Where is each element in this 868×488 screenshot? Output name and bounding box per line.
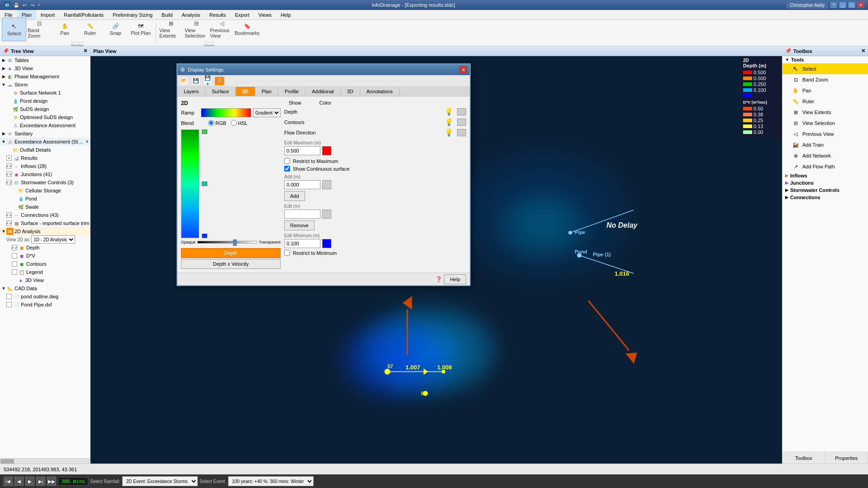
tree-item-2danalysis[interactable]: ▼ 2D 2D Analysis xyxy=(0,227,90,235)
expander-3dview[interactable]: ▶ xyxy=(1,66,6,71)
menu-help[interactable]: Help xyxy=(276,10,296,19)
tree-scroll-hthumb[interactable] xyxy=(0,459,14,464)
opacity-slider-track[interactable] xyxy=(197,241,257,244)
tree-item-optimised[interactable]: ⚙ Optimised SuDS design xyxy=(0,113,90,121)
pondpipe-checkbox[interactable] xyxy=(6,302,12,307)
blend-hsl-radio[interactable] xyxy=(231,120,237,126)
expander-optimised[interactable] xyxy=(6,115,12,120)
tree-scroll-horizontal[interactable] xyxy=(0,458,90,464)
minimize-button[interactable]: _ xyxy=(839,2,846,8)
tree-item-dv[interactable]: ◼ D*V xyxy=(0,252,90,260)
tree-item-junctions[interactable]: ✓ ◉ Junctions (41) xyxy=(0,170,90,178)
depth-color-swatch[interactable] xyxy=(457,108,466,115)
junctions-checkbox[interactable]: ✓ xyxy=(6,172,12,177)
tree-item-pond[interactable]: 💧 Pond xyxy=(0,195,90,203)
blend-rgb-radio[interactable] xyxy=(208,120,214,126)
tree-item-suds[interactable]: 🌿 SuDS design xyxy=(0,105,90,113)
tree-item-exceedancestorm[interactable]: ▼ ⚠ Exceedance Assessment (Storm ▼ xyxy=(0,138,90,146)
tree-item-ponddesign[interactable]: 💧 Pond design xyxy=(0,97,90,105)
depth-velocity-button[interactable]: Depth x Velocity xyxy=(181,259,281,269)
tree-item-surfacenetwork[interactable]: ⊛ Surface Network 1 xyxy=(0,89,90,97)
edit-color-swatch[interactable] xyxy=(322,210,331,219)
expander-swale[interactable] xyxy=(12,204,17,210)
bandzoom-button[interactable]: Band Zoom xyxy=(27,18,52,41)
stormcontrols-checkbox[interactable]: ✓ xyxy=(6,180,12,185)
blend-rgb-label[interactable]: RGB xyxy=(208,120,226,126)
expander-storm[interactable]: ▼ xyxy=(1,82,6,87)
help-button[interactable]: ? xyxy=(830,2,837,8)
tree-item-swale[interactable]: 🌿 Swale xyxy=(0,203,90,211)
previousview-button[interactable]: Previous View xyxy=(210,18,234,41)
toolbox-bandzoom[interactable]: ⊡ Band Zoom xyxy=(782,74,868,85)
tree-item-results[interactable]: 📊 Results xyxy=(0,154,90,162)
flowdirection-show-icon[interactable]: 💡 xyxy=(444,128,453,137)
close-button[interactable]: ✕ xyxy=(857,2,864,8)
tree-item-view2das[interactable]: View 2D as: 1D - 2D Analysis xyxy=(0,235,90,244)
pan-button[interactable]: Pan xyxy=(52,18,77,41)
tree-item-caddata[interactable]: ▼ 📐 CAD Data xyxy=(0,284,90,292)
tree-item-sanitary[interactable]: ▶ ⊘ Sanitary xyxy=(0,129,90,138)
dialog-close-button[interactable]: ✕ xyxy=(460,66,467,73)
contours-color-swatch[interactable] xyxy=(457,119,466,126)
flowdirection-color-swatch[interactable] xyxy=(457,129,466,136)
tree-item-contours[interactable]: ◼ Contours xyxy=(0,260,90,268)
tree-item-3dview[interactable]: ▶ ◈ 3D View xyxy=(0,64,90,72)
ramp-gradient[interactable] xyxy=(201,108,251,117)
expander-ponddesign[interactable] xyxy=(6,98,12,104)
display-settings-dialog[interactable]: ⚙ Display Settings ✕ 📂 💾 💾+ 🎨 Layers Sur… xyxy=(176,63,471,286)
expander-caddata[interactable]: ▼ xyxy=(1,286,6,291)
expander-cellular[interactable] xyxy=(12,188,17,193)
expander-2d[interactable]: ▼ xyxy=(1,229,6,234)
expander-surfacenetwork[interactable] xyxy=(6,90,12,96)
play-end-button[interactable]: ▶▶ xyxy=(47,477,56,486)
add-button[interactable]: Add xyxy=(284,191,305,201)
expander-suds[interactable] xyxy=(6,106,12,112)
dialog-tab-annotations[interactable]: Annotations xyxy=(360,87,400,96)
quick-access-expand[interactable]: ▼ xyxy=(37,3,41,7)
dialog-open-button[interactable]: 📂 xyxy=(179,77,189,86)
depth-button[interactable]: Depth xyxy=(181,248,281,258)
viewselection-button[interactable]: View Selection xyxy=(184,18,209,41)
select-button[interactable]: Select xyxy=(2,18,26,41)
tree-item-inflows[interactable]: ✓ ↓ Inflows (28) xyxy=(0,162,90,170)
restrict-max-checkbox[interactable] xyxy=(284,158,290,164)
tree-item-pondoutline[interactable]: 📄 pond outline.dwg xyxy=(0,292,90,301)
tree-item-storm[interactable]: ▼ ☁ Storm xyxy=(0,81,90,89)
tree-item-3dviewsub[interactable]: ◈ 3D View xyxy=(0,276,90,284)
connections-checkbox[interactable]: ✓ xyxy=(6,212,12,218)
toolbox-ruler[interactable]: 📏 Ruler xyxy=(782,96,868,107)
save-button[interactable]: 💾 xyxy=(13,2,20,8)
dialog-tab-layers[interactable]: Layers xyxy=(177,87,205,96)
toolbox-pin-icon[interactable]: 📌 xyxy=(785,48,792,54)
expander-exceedancestorm[interactable]: ▼ xyxy=(1,139,6,144)
expander-exceedance[interactable] xyxy=(6,123,12,128)
plotplan-button[interactable]: Plot Plan xyxy=(129,18,153,41)
restrict-min-checkbox[interactable] xyxy=(284,250,290,256)
play-button[interactable]: ▶ xyxy=(25,477,34,486)
tree-item-cellular[interactable]: 📁 Cellular Storage xyxy=(0,187,90,195)
add-input[interactable] xyxy=(284,180,320,189)
dialog-saveas-button[interactable]: 💾+ xyxy=(203,77,213,86)
contours-show-icon[interactable]: 💡 xyxy=(444,118,453,126)
viewextents-button[interactable]: View Extents xyxy=(159,18,183,41)
dialog-save-button[interactable]: 💾 xyxy=(191,77,201,86)
rainfall-select[interactable]: 2D Event: Exceedance Storms xyxy=(122,476,198,486)
toolbox-viewselection[interactable]: ⊟ View Selection xyxy=(782,118,868,129)
tree-item-exceedance[interactable]: ⚠ Exceedance Assessment xyxy=(0,121,90,129)
results-checkbox[interactable] xyxy=(6,155,12,161)
maximize-button[interactable]: □ xyxy=(848,2,855,8)
edit-input[interactable] xyxy=(284,210,320,219)
bookmarks-button[interactable]: Bookmarks xyxy=(235,18,259,41)
inflows-checkbox[interactable]: ✓ xyxy=(6,163,12,169)
tree-item-tables[interactable]: ▶ ⊞ Tables xyxy=(0,56,90,64)
tree-item-pondpipe[interactable]: 📄 Pond Pipe.dxf xyxy=(0,301,90,309)
tree-panel-close[interactable]: ✕ xyxy=(83,48,87,54)
edit-max-input[interactable]: 0.500 xyxy=(284,146,320,155)
opacity-slider-thumb[interactable] xyxy=(233,239,237,246)
dialog-tab-additional[interactable]: Additional xyxy=(305,87,340,96)
depth-show-icon[interactable]: 💡 xyxy=(444,107,453,116)
dialog-tab-plan[interactable]: Plan xyxy=(255,87,278,96)
toolbox-section-junctions[interactable]: ▶ Junctions xyxy=(782,179,868,187)
toolbox-section-connections[interactable]: ▶ Connections xyxy=(782,194,868,201)
toolbox-viewextents[interactable]: ⊞ View Extents xyxy=(782,107,868,118)
